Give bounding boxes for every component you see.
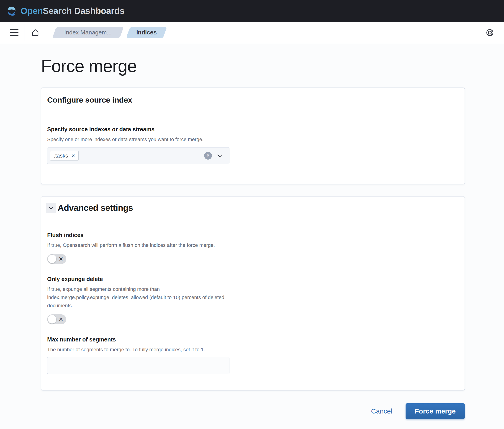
only-expunge-delete-label: Only expunge delete [47, 276, 459, 282]
max-number-of-segments-field: Max number of segments The number of seg… [47, 336, 459, 374]
source-indexes-combobox[interactable]: .tasks ✕ ✕ [47, 147, 230, 164]
flush-indices-field: Flush indices If true, Opensearch will p… [47, 232, 459, 264]
breadcrumb-indices[interactable]: Indices [128, 27, 165, 38]
toggle-off-x-icon: ✕ [59, 256, 63, 262]
only-expunge-delete-help: If true, expunge all segments containing… [47, 285, 237, 310]
source-panel-header: Configure source index [41, 88, 465, 112]
source-indexes-label: Specify source indexes or data streams [47, 126, 459, 133]
accordion-chevron-down-icon[interactable] [46, 203, 56, 213]
only-expunge-delete-toggle[interactable]: ✕ [47, 314, 66, 324]
brand-search: Search [43, 6, 72, 16]
max-segments-input[interactable] [47, 357, 230, 374]
max-segments-help: The number of segments to merge to. To f… [47, 346, 237, 354]
brand-title: OpenSearchDashboards [20, 6, 124, 16]
source-panel-title: Configure source index [47, 96, 132, 104]
advanced-settings-panel: Advanced settings Flush indices If true,… [41, 196, 465, 391]
home-icon[interactable] [28, 25, 43, 40]
help-lifering-icon[interactable] [483, 25, 497, 40]
source-indexes-help: Specify one or more indexes or data stre… [47, 135, 237, 143]
nav-divider [46, 24, 46, 41]
menu-hamburger-icon[interactable] [7, 25, 21, 40]
brand-dashboards: Dashboards [74, 6, 124, 16]
toggle-knob [48, 254, 56, 263]
only-expunge-delete-field: Only expunge delete If true, expunge all… [47, 276, 459, 324]
toggle-off-x-icon: ✕ [59, 316, 63, 322]
flush-indices-help: If true, Opensearch will perform a flush… [47, 241, 237, 249]
breadcrumb-index-management[interactable]: Index Managem... [54, 27, 122, 38]
cancel-button[interactable]: Cancel [370, 407, 394, 415]
breadcrumb: Index Managem... Indices [54, 27, 165, 38]
advanced-settings-title: Advanced settings [58, 203, 133, 213]
nav-divider [25, 24, 25, 41]
form-actions: Cancel Force merge [41, 403, 465, 419]
force-merge-page: Force merge Configure source index Speci… [0, 56, 504, 419]
flush-indices-toggle[interactable]: ✕ [47, 254, 66, 264]
configure-source-index-panel: Configure source index Specify source in… [41, 88, 465, 184]
combobox-chevron-down-icon[interactable] [215, 152, 225, 159]
toggle-knob [48, 315, 56, 324]
flush-indices-label: Flush indices [47, 232, 459, 238]
app-header: OpenSearchDashboards [0, 0, 504, 22]
clear-selection-icon[interactable]: ✕ [204, 152, 212, 160]
advanced-settings-body: Flush indices If true, Opensearch will p… [41, 220, 465, 390]
advanced-settings-header: Advanced settings [41, 197, 465, 220]
remove-index-icon[interactable]: ✕ [71, 153, 75, 158]
opensearch-logo-icon [6, 5, 17, 16]
selected-index-pill[interactable]: .tasks ✕ [50, 151, 79, 161]
force-merge-button[interactable]: Force merge [406, 403, 465, 419]
nav-bar: Index Managem... Indices [0, 22, 504, 43]
nav-divider [476, 24, 476, 41]
max-segments-label: Max number of segments [47, 336, 459, 343]
source-panel-body: Specify source indexes or data streams S… [41, 112, 465, 184]
brand-open: Open [20, 6, 43, 16]
opensearch-brand: OpenSearchDashboards [6, 5, 124, 16]
selected-index-label: .tasks [54, 152, 68, 159]
page-title: Force merge [41, 56, 465, 76]
